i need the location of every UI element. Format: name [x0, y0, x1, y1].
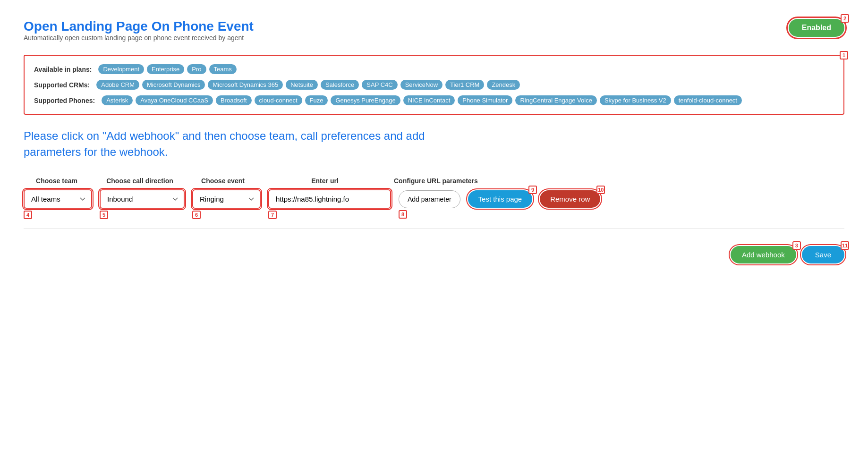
choose-direction-control: Inbound Outbound All 5 — [100, 189, 185, 209]
choose-team-col-label: Choose team — [36, 177, 77, 185]
enabled-badge-number: 2 — [841, 14, 849, 23]
remove-row-badge: 10 — [596, 186, 605, 194]
save-wrapper: 11 Save — [802, 246, 844, 263]
instruction-text: Please click on "Add webhook" and then c… — [24, 128, 449, 160]
test-page-badge: 9 — [528, 186, 537, 194]
configure-params-col-label: Configure URL parameters — [394, 177, 478, 185]
url-badge: 7 — [268, 211, 277, 219]
crm-tag-tier1: Tier1 CRM — [445, 80, 484, 90]
phone-tag-tenfold: tenfold-cloud-connect — [674, 95, 742, 105]
test-page-wrapper: 9 Test this page — [468, 190, 533, 208]
save-button[interactable]: Save — [802, 246, 844, 263]
info-box: 1 Available in plans: Development Enterp… — [24, 55, 844, 115]
choose-direction-select[interactable]: Inbound Outbound All — [100, 189, 185, 209]
plan-tag-pro: Pro — [187, 64, 206, 74]
phone-tag-fuze: Fuze — [305, 95, 328, 105]
enabled-badge-wrapper: 2 Enabled — [789, 19, 844, 37]
crm-tag-msdyn365: Microsoft Dynamics 365 — [208, 80, 283, 90]
crm-tag-adobe: Adobe CRM — [96, 80, 139, 90]
add-param-button[interactable]: Add parameter — [399, 190, 460, 208]
choose-direction-badge: 5 — [100, 211, 108, 219]
choose-event-badge: 6 — [192, 211, 201, 219]
webhook-section: Choose team Choose call direction Choose… — [24, 177, 844, 209]
test-page-button[interactable]: Test this page — [468, 190, 533, 208]
phone-tag-ringcentral: RingCentral Engage Voice — [515, 95, 597, 105]
add-webhook-wrapper: 3 Add webhook — [731, 246, 796, 263]
choose-event-control: Ringing Connected Ended 6 — [192, 189, 261, 209]
page-description: Automatically open custom landing page o… — [24, 34, 254, 42]
phones-row: Supported Phones: Asterisk Avaya OneClou… — [34, 95, 834, 105]
enabled-button[interactable]: Enabled — [789, 19, 844, 37]
choose-team-badge: 4 — [24, 211, 32, 219]
phone-tag-genesys: Genesys PureEngage — [331, 95, 400, 105]
phone-tag-nice: NICE inContact — [403, 95, 455, 105]
crms-label: Supported CRMs: — [34, 81, 90, 89]
add-param-badge: 8 — [399, 210, 407, 219]
plans-row: Available in plans: Development Enterpri… — [34, 64, 834, 74]
divider — [24, 229, 844, 229]
info-box-badge: 1 — [840, 51, 848, 59]
crm-tag-msdyn: Microsoft Dynamics — [142, 80, 205, 90]
plans-label: Available in plans: — [34, 66, 92, 73]
crm-tag-zendesk: Zendesk — [487, 80, 520, 90]
crm-tag-servicenow: ServiceNow — [400, 80, 443, 90]
bottom-row: 3 Add webhook 11 Save — [24, 246, 844, 263]
add-webhook-button[interactable]: Add webhook — [731, 246, 796, 263]
phone-tag-cloud: cloud-connect — [255, 95, 302, 105]
phone-tag-avaya: Avaya OneCloud CCaaS — [136, 95, 213, 105]
choose-event-select[interactable]: Ringing Connected Ended — [192, 189, 261, 209]
plan-tag-development: Development — [98, 64, 144, 74]
crm-tag-sap: SAP C4C — [362, 80, 397, 90]
crms-row: Supported CRMs: Adobe CRM Microsoft Dyna… — [34, 80, 834, 90]
url-input[interactable] — [268, 189, 391, 209]
enter-url-col-label: Enter url — [311, 177, 339, 185]
crm-tag-salesforce: Salesforce — [321, 80, 359, 90]
page-header: Open Landing Page On Phone Event Automat… — [24, 19, 844, 51]
choose-team-select[interactable]: All teams Team A Team B — [24, 189, 92, 209]
remove-row-wrapper: 10 Remove row — [540, 190, 600, 208]
phone-tag-simulator: Phone Simulator — [458, 95, 512, 105]
add-webhook-badge: 3 — [792, 241, 801, 250]
add-param-control: Add parameter 8 — [399, 190, 460, 208]
url-control: 7 — [268, 189, 391, 209]
save-badge: 11 — [841, 241, 849, 250]
page-title: Open Landing Page On Phone Event — [24, 19, 254, 34]
remove-row-button[interactable]: Remove row — [540, 190, 600, 208]
phones-label: Supported Phones: — [34, 97, 95, 104]
choose-event-col-label: Choose event — [201, 177, 245, 185]
phone-tag-skype: Skype for Business V2 — [600, 95, 671, 105]
choose-team-control: All teams Team A Team B 4 — [24, 189, 92, 209]
crm-tag-netsuite: Netsuite — [286, 80, 318, 90]
choose-direction-col-label: Choose call direction — [106, 177, 173, 185]
phone-tag-asterisk: Asterisk — [102, 95, 133, 105]
plan-tag-teams: Teams — [209, 64, 237, 74]
phone-tag-broadsoft: Broadsoft — [216, 95, 252, 105]
plan-tag-enterprise: Enterprise — [147, 64, 184, 74]
